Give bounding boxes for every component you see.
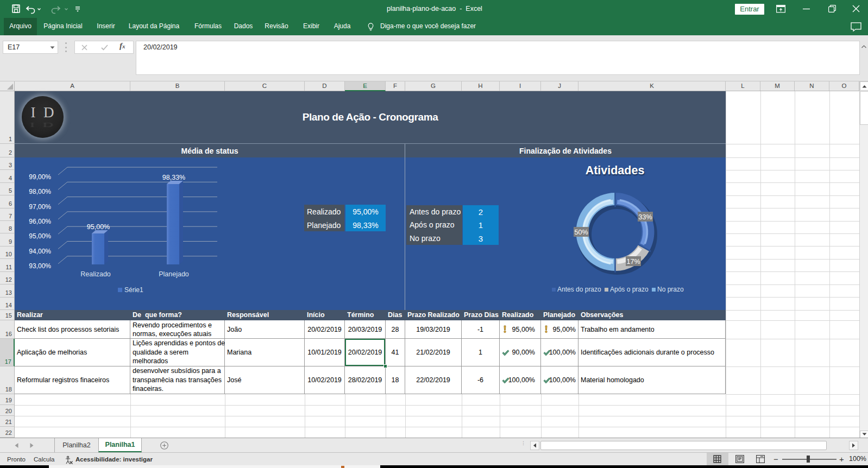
- svg-text:Antes do prazo: Antes do prazo: [557, 286, 601, 293]
- svg-text:No prazo: No prazo: [657, 286, 684, 293]
- svg-text:33%: 33%: [638, 213, 652, 221]
- svg-text:Após o prazo: Após o prazo: [610, 286, 649, 293]
- svg-text:17%: 17%: [626, 258, 640, 265]
- svg-text:50%: 50%: [574, 229, 588, 236]
